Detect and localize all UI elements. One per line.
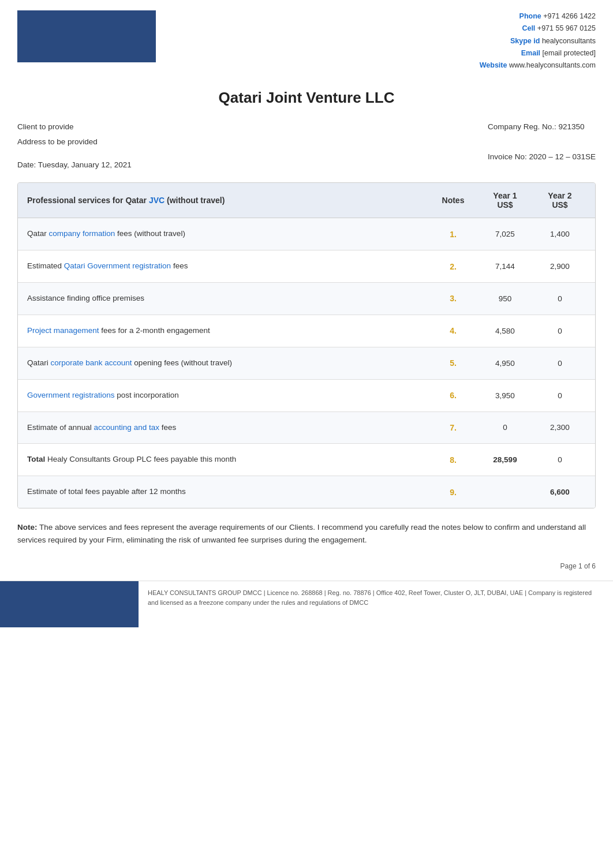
row-8-year1: 28,599 xyxy=(476,455,534,464)
table-header-desc: Professional services for Qatar JVC (wit… xyxy=(27,196,430,205)
row-5-year1: 4,950 xyxy=(476,359,534,368)
row-1-desc: Qatar company formation fees (without tr… xyxy=(27,229,430,240)
company-formation-link[interactable]: company formation xyxy=(49,229,115,238)
table-row: Project management fees for a 2-month en… xyxy=(18,315,595,347)
row-7-year1: 0 xyxy=(476,423,534,432)
skype-value: healyconsultants xyxy=(542,37,596,45)
table-row: Qatari corporate bank account opening fe… xyxy=(18,347,595,380)
phone-value: +971 4266 1422 xyxy=(543,12,596,20)
table-row: Total Healy Consultants Group PLC fees p… xyxy=(18,444,595,476)
website-label: Website xyxy=(480,61,507,69)
govt-registration-link[interactable]: Qatari Government registration xyxy=(64,261,171,270)
footer-text: HEALY CONSULTANTS GROUP DMCC | Licence n… xyxy=(139,581,613,627)
row-2-year1: 7,144 xyxy=(476,262,534,271)
page-title: Qatari Joint Venture LLC xyxy=(0,89,613,107)
invoice-table: Professional services for Qatar JVC (wit… xyxy=(17,182,596,508)
table-row: Government registrations post incorporat… xyxy=(18,380,595,412)
meta-right: Company Reg. No.: 921350 Invoice No: 202… xyxy=(488,119,596,172)
row-7-year2: 2,300 xyxy=(534,423,586,432)
row-6-year2: 0 xyxy=(534,391,586,400)
row-9-desc: Estimate of total fees payable after 12 … xyxy=(27,487,430,497)
row-4-year1: 4,580 xyxy=(476,327,534,335)
table-row: Assistance finding office premises 3. 95… xyxy=(18,283,595,315)
row-9-year2: 6,600 xyxy=(534,488,586,496)
meta-left: Client to provide Address to be provided… xyxy=(17,119,132,172)
row-1-year1: 7,025 xyxy=(476,230,534,238)
table-header-year1: Year 1US$ xyxy=(476,191,534,209)
table-header-row: Professional services for Qatar JVC (wit… xyxy=(18,183,595,218)
accounting-tax-link[interactable]: accounting and tax xyxy=(94,423,159,432)
email-label: Email xyxy=(521,49,540,57)
row-1-note: 1. xyxy=(430,230,476,239)
row-9-note: 9. xyxy=(430,488,476,497)
govt-registrations-link[interactable]: Government registrations xyxy=(27,391,115,399)
address-label: Address to be provided xyxy=(17,134,132,149)
website-value: www.healyconsultants.com xyxy=(509,61,596,69)
row-2-note: 2. xyxy=(430,262,476,271)
row-5-year2: 0 xyxy=(534,359,586,368)
row-8-desc: Total Healy Consultants Group PLC fees p… xyxy=(27,454,430,465)
row-6-year1: 3,950 xyxy=(476,391,534,400)
cell-value: +971 55 967 0125 xyxy=(537,24,596,32)
row-3-year2: 0 xyxy=(534,294,586,303)
row-7-desc: Estimate of annual accounting and tax fe… xyxy=(27,422,430,433)
row-8-note: 8. xyxy=(430,455,476,465)
contact-info: Phone +971 4266 1422 Cell +971 55 967 01… xyxy=(480,10,596,72)
row-3-desc: Assistance finding office premises xyxy=(27,293,430,304)
row-5-note: 5. xyxy=(430,358,476,368)
row-4-year2: 0 xyxy=(534,327,586,335)
skype-label: Skype id xyxy=(510,37,540,45)
table-header-year2: Year 2US$ xyxy=(534,191,586,209)
note-bold: Note: xyxy=(17,523,38,532)
page-footer: HEALY CONSULTANTS GROUP DMCC | Licence n… xyxy=(0,581,613,627)
row-6-note: 6. xyxy=(430,391,476,400)
cell-label: Cell xyxy=(522,24,535,32)
date-label: Date: Tuesday, January 12, 2021 xyxy=(17,158,132,173)
bank-account-link[interactable]: corporate bank account xyxy=(51,358,132,367)
table-row: Estimated Qatari Government registration… xyxy=(18,250,595,283)
table-row: Estimate of annual accounting and tax fe… xyxy=(18,412,595,444)
note-section: Note: The above services and fees repres… xyxy=(17,521,596,547)
table-row: Estimate of total fees payable after 12 … xyxy=(18,476,595,508)
footer-logo xyxy=(0,581,139,627)
phone-label: Phone xyxy=(519,12,541,20)
row-2-desc: Estimated Qatari Government registration… xyxy=(27,261,430,272)
row-4-note: 4. xyxy=(430,326,476,335)
table-row: Qatar company formation fees (without tr… xyxy=(18,218,595,250)
note-text: The above services and fees represent th… xyxy=(17,523,586,544)
row-6-desc: Government registrations post incorporat… xyxy=(27,390,430,401)
row-4-desc: Project management fees for a 2-month en… xyxy=(27,326,430,336)
row-8-year2: 0 xyxy=(534,455,586,464)
meta-section: Client to provide Address to be provided… xyxy=(0,119,613,172)
table-header-notes: Notes xyxy=(430,196,476,205)
row-5-desc: Qatari corporate bank account opening fe… xyxy=(27,358,430,369)
client-label: Client to provide xyxy=(17,119,132,134)
project-management-link[interactable]: Project management xyxy=(27,326,99,335)
company-logo xyxy=(17,10,156,62)
email-value: [email protected] xyxy=(543,49,596,57)
company-reg: Company Reg. No.: 921350 xyxy=(488,119,596,134)
invoice-no: Invoice No: 2020 – 12 – 031SE xyxy=(488,149,596,164)
page-number: Page 1 of 6 xyxy=(0,558,613,575)
row-3-note: 3. xyxy=(430,294,476,303)
row-1-year2: 1,400 xyxy=(534,230,586,238)
page-header: Phone +971 4266 1422 Cell +971 55 967 01… xyxy=(0,0,613,77)
row-3-year1: 950 xyxy=(476,294,534,303)
row-2-year2: 2,900 xyxy=(534,262,586,271)
row-7-note: 7. xyxy=(430,423,476,432)
